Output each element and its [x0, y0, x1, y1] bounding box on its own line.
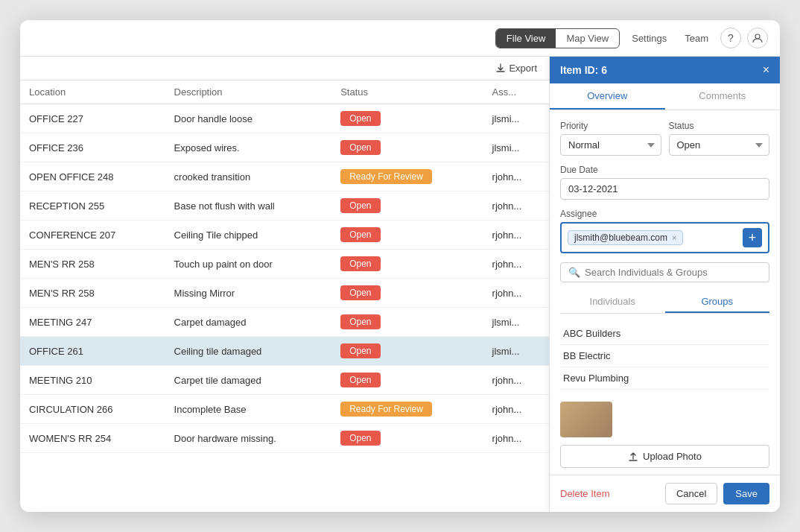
cell-location: MEN'S RR 258	[20, 250, 165, 279]
add-assignee-button[interactable]: +	[743, 228, 762, 247]
group-item[interactable]: BB Electric	[560, 345, 769, 367]
cell-description: Base not flush with wall	[165, 191, 332, 221]
status-badge: Ready For Review	[340, 402, 432, 417]
cell-assignee: rjohn...	[483, 424, 549, 453]
assignee-label: Assignee	[560, 209, 769, 219]
cell-location: OFFICE 261	[20, 337, 165, 366]
app-window: File View Map View Settings Team ? Expor…	[20, 20, 780, 512]
assignee-email: jlsmith@bluebeam.com	[574, 232, 667, 243]
settings-link[interactable]: Settings	[626, 29, 673, 48]
status-badge: Open	[340, 431, 380, 446]
save-button[interactable]: Save	[723, 483, 769, 504]
cell-status: Open	[331, 104, 483, 133]
table-toolbar: Export	[20, 57, 549, 80]
cell-description: Carpet tile damaged	[165, 366, 332, 395]
tab-overview[interactable]: Overview	[550, 83, 665, 110]
table-row[interactable]: CONFERENCE 207 Ceiling Tile chipped Open…	[20, 221, 549, 250]
due-date-input[interactable]	[560, 178, 769, 200]
table-area: Export Location Description Status Ass..…	[20, 57, 549, 512]
search-icon: 🔍	[568, 267, 580, 278]
tab-groups[interactable]: Groups	[665, 291, 770, 313]
status-badge: Open	[340, 140, 380, 155]
cell-assignee: rjohn...	[483, 279, 549, 308]
table-row[interactable]: RECEPTION 255 Base not flush with wall O…	[20, 191, 549, 221]
table-row[interactable]: OPEN OFFICE 248 crooked transition Ready…	[20, 162, 549, 191]
help-icon[interactable]: ?	[720, 28, 741, 48]
upload-photo-button[interactable]: Upload Photo	[560, 445, 769, 468]
group-item[interactable]: ABC Builders	[560, 323, 769, 345]
status-badge: Open	[340, 373, 380, 387]
cell-status: Ready For Review	[331, 395, 483, 424]
upload-label: Upload Photo	[643, 451, 702, 462]
cell-status: Open	[331, 366, 483, 395]
cell-location: MEETING 247	[20, 308, 165, 337]
priority-select[interactable]: Normal High Low Critical	[560, 134, 661, 156]
export-button[interactable]: Export	[495, 63, 537, 74]
status-label: Status	[669, 121, 770, 131]
table-row[interactable]: OFFICE 236 Exposed wires. Open jlsmi...	[20, 133, 549, 162]
table-row[interactable]: CIRCULATION 266 Incomplete Base Ready Fo…	[20, 395, 549, 424]
group-item[interactable]: Revu Plumbing	[560, 367, 769, 390]
cell-location: MEETING 210	[20, 366, 165, 395]
cell-description: Touch up paint on door	[165, 250, 332, 279]
table-row[interactable]: MEN'S RR 258 Missing Mirror Open rjohn..…	[20, 279, 549, 308]
table-row[interactable]: WOMEN'S RR 254 Door hardware missing. Op…	[20, 424, 549, 453]
cell-description: Door handle loose	[165, 104, 332, 133]
assignee-remove-icon[interactable]: ×	[672, 233, 676, 242]
delete-item-button[interactable]: Delete Item	[560, 488, 609, 499]
panel-title: Item ID: 6	[560, 64, 607, 76]
side-panel: Item ID: 6 × Overview Comments Priority …	[549, 57, 780, 512]
cell-status: Open	[331, 133, 483, 162]
priority-group: Priority Normal High Low Critical	[560, 121, 661, 156]
cell-description: Missing Mirror	[165, 279, 332, 308]
table-row[interactable]: MEN'S RR 258 Touch up paint on door Open…	[20, 250, 549, 279]
priority-label: Priority	[560, 121, 661, 131]
cell-assignee: rjohn...	[483, 366, 549, 395]
group-list: ABC BuildersBB ElectricRevu Plumbing	[560, 323, 769, 390]
team-link[interactable]: Team	[679, 29, 714, 48]
panel-footer: Delete Item Cancel Save	[550, 475, 780, 512]
table-row[interactable]: OFFICE 227 Door handle loose Open jlsmi.…	[20, 104, 549, 133]
panel-body: Priority Normal High Low Critical Status…	[550, 110, 780, 475]
map-view-button[interactable]: Map View	[556, 29, 619, 48]
main-content: Export Location Description Status Ass..…	[20, 57, 780, 512]
cell-assignee: rjohn...	[483, 162, 549, 191]
assignee-search-box: 🔍	[560, 262, 769, 282]
table-row[interactable]: MEETING 247 Carpet damaged Open jlsmi...	[20, 308, 549, 337]
table-row[interactable]: MEETING 210 Carpet tile damaged Open rjo…	[20, 366, 549, 395]
cell-assignee: jlsmi...	[483, 133, 549, 162]
status-badge: Open	[340, 111, 380, 126]
file-view-button[interactable]: File View	[496, 29, 556, 48]
cell-assignee: rjohn...	[483, 250, 549, 279]
top-bar: File View Map View Settings Team ?	[20, 20, 780, 57]
col-assignee: Ass...	[483, 80, 549, 104]
panel-close-button[interactable]: ×	[763, 64, 769, 76]
cell-location: OPEN OFFICE 248	[20, 162, 165, 191]
table-scroll[interactable]: Location Description Status Ass... OFFIC…	[20, 80, 549, 512]
cell-status: Open	[331, 337, 483, 366]
cell-location: MEN'S RR 258	[20, 279, 165, 308]
status-badge: Open	[340, 285, 380, 300]
tab-individuals[interactable]: Individuals	[560, 291, 665, 313]
cell-status: Open	[331, 424, 483, 453]
status-badge: Open	[340, 227, 380, 242]
cell-assignee: jlsmi...	[483, 104, 549, 133]
cell-description: Ceiling tile damaged	[165, 337, 332, 366]
col-description: Description	[165, 80, 332, 104]
footer-actions: Cancel Save	[665, 483, 769, 504]
cancel-button[interactable]: Cancel	[665, 483, 717, 504]
cell-description: Exposed wires.	[165, 133, 332, 162]
status-select[interactable]: Open Closed In Progress Ready For Review	[669, 134, 770, 156]
table-row[interactable]: OFFICE 261 Ceiling tile damaged Open jls…	[20, 337, 549, 366]
photo-thumbnail	[560, 402, 612, 437]
assignee-search-input[interactable]	[585, 267, 761, 278]
assignee-group: Assignee jlsmith@bluebeam.com × + 🔍	[560, 209, 769, 397]
col-location: Location	[20, 80, 165, 104]
view-toggle: File View Map View	[495, 28, 620, 48]
assignee-tag: jlsmith@bluebeam.com ×	[568, 230, 683, 245]
cell-assignee: rjohn...	[483, 221, 549, 250]
tab-comments[interactable]: Comments	[665, 83, 781, 110]
cell-description: Door hardware missing.	[165, 424, 332, 453]
cell-location: WOMEN'S RR 254	[20, 424, 165, 453]
user-icon[interactable]	[747, 28, 768, 48]
